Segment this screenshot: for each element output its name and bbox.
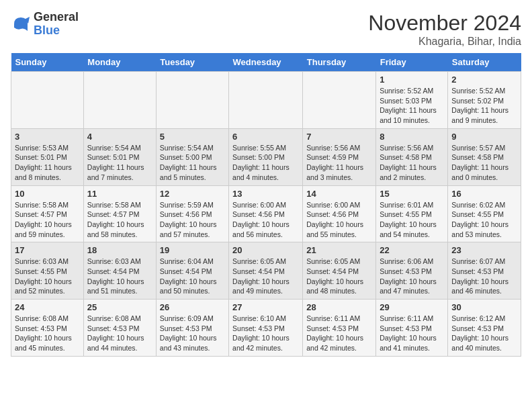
day-cell: 7Sunrise: 5:56 AM Sunset: 4:59 PM Daylig… [303,128,376,185]
day-cell: 1Sunrise: 5:52 AM Sunset: 5:03 PM Daylig… [376,72,448,129]
day-cell: 8Sunrise: 5:56 AM Sunset: 4:58 PM Daylig… [376,128,448,185]
day-cell: 28Sunrise: 6:11 AM Sunset: 4:53 PM Dayli… [303,300,376,357]
day-cell [229,72,303,129]
day-cell: 23Sunrise: 6:07 AM Sunset: 4:53 PM Dayli… [448,242,521,300]
logo-general: General [34,11,79,24]
day-info: Sunrise: 6:02 AM Sunset: 4:55 PM Dayligh… [451,200,517,240]
day-number: 16 [451,189,517,199]
day-info: Sunrise: 5:58 AM Sunset: 4:57 PM Dayligh… [87,200,152,240]
day-info: Sunrise: 6:01 AM Sunset: 4:55 PM Dayligh… [380,200,444,240]
day-info: Sunrise: 6:07 AM Sunset: 4:53 PM Dayligh… [451,257,517,296]
day-cell: 6Sunrise: 5:55 AM Sunset: 5:00 PM Daylig… [229,128,303,185]
day-cell: 11Sunrise: 5:58 AM Sunset: 4:57 PM Dayli… [83,185,156,242]
day-number: 25 [87,302,152,312]
day-number: 3 [15,132,80,142]
day-cell: 3Sunrise: 5:53 AM Sunset: 5:01 PM Daylig… [11,128,84,185]
week-row-3: 17Sunrise: 6:03 AM Sunset: 4:55 PM Dayli… [11,242,521,300]
day-info: Sunrise: 6:04 AM Sunset: 4:54 PM Dayligh… [160,257,225,296]
day-cell: 2Sunrise: 5:52 AM Sunset: 5:02 PM Daylig… [448,72,521,129]
day-cell: 20Sunrise: 6:05 AM Sunset: 4:54 PM Dayli… [229,242,303,300]
day-cell [303,72,376,129]
day-number: 22 [380,245,444,255]
calendar-body: 1Sunrise: 5:52 AM Sunset: 5:03 PM Daylig… [11,72,521,357]
title-section: November 2024 Khagaria, Bihar, India [368,11,521,48]
day-info: Sunrise: 6:08 AM Sunset: 4:53 PM Dayligh… [15,314,80,353]
calendar-table: SundayMondayTuesdayWednesdayThursdayFrid… [11,53,521,357]
day-info: Sunrise: 5:55 AM Sunset: 5:00 PM Dayligh… [232,143,299,183]
day-cell: 10Sunrise: 5:58 AM Sunset: 4:57 PM Dayli… [11,185,84,242]
logo: General Blue [11,11,79,38]
day-cell [83,72,156,129]
day-info: Sunrise: 5:58 AM Sunset: 4:57 PM Dayligh… [15,200,80,240]
day-info: Sunrise: 6:03 AM Sunset: 4:54 PM Dayligh… [87,257,152,296]
day-number: 6 [232,132,299,142]
day-number: 24 [15,302,80,312]
day-info: Sunrise: 6:05 AM Sunset: 4:54 PM Dayligh… [232,257,299,296]
day-number: 8 [380,132,444,142]
day-info: Sunrise: 5:52 AM Sunset: 5:02 PM Dayligh… [451,86,517,126]
day-number: 23 [451,245,517,255]
week-row-4: 24Sunrise: 6:08 AM Sunset: 4:53 PM Dayli… [11,300,521,357]
week-row-0: 1Sunrise: 5:52 AM Sunset: 5:03 PM Daylig… [11,72,521,129]
week-row-1: 3Sunrise: 5:53 AM Sunset: 5:01 PM Daylig… [11,128,521,185]
day-number: 20 [232,245,299,255]
day-number: 14 [306,189,372,199]
day-number: 15 [380,189,444,199]
day-number: 4 [87,132,152,142]
day-cell: 26Sunrise: 6:09 AM Sunset: 4:53 PM Dayli… [156,300,228,357]
week-row-2: 10Sunrise: 5:58 AM Sunset: 4:57 PM Dayli… [11,185,521,242]
day-cell: 15Sunrise: 6:01 AM Sunset: 4:55 PM Dayli… [376,185,448,242]
day-cell: 22Sunrise: 6:06 AM Sunset: 4:53 PM Dayli… [376,242,448,300]
day-cell: 18Sunrise: 6:03 AM Sunset: 4:54 PM Dayli… [83,242,156,300]
day-cell: 29Sunrise: 6:11 AM Sunset: 4:53 PM Dayli… [376,300,448,357]
day-number: 11 [87,189,152,199]
day-number: 9 [451,132,517,142]
header-monday: Monday [83,53,156,72]
day-info: Sunrise: 6:11 AM Sunset: 4:53 PM Dayligh… [380,314,444,353]
day-number: 2 [451,75,517,85]
header-wednesday: Wednesday [229,53,303,72]
day-cell: 19Sunrise: 6:04 AM Sunset: 4:54 PM Dayli… [156,242,228,300]
day-info: Sunrise: 6:12 AM Sunset: 4:53 PM Dayligh… [451,314,517,353]
logo-icon [11,14,31,34]
day-cell: 16Sunrise: 6:02 AM Sunset: 4:55 PM Dayli… [448,185,521,242]
day-number: 29 [380,302,444,312]
day-info: Sunrise: 5:54 AM Sunset: 5:00 PM Dayligh… [160,143,225,183]
day-info: Sunrise: 6:11 AM Sunset: 4:53 PM Dayligh… [306,314,372,353]
day-number: 12 [160,189,225,199]
day-cell: 21Sunrise: 6:05 AM Sunset: 4:54 PM Dayli… [303,242,376,300]
day-cell: 25Sunrise: 6:08 AM Sunset: 4:53 PM Dayli… [83,300,156,357]
day-cell [11,72,84,129]
day-cell: 12Sunrise: 5:59 AM Sunset: 4:56 PM Dayli… [156,185,228,242]
day-cell: 30Sunrise: 6:12 AM Sunset: 4:53 PM Dayli… [448,300,521,357]
location: Khagaria, Bihar, India [368,36,521,48]
day-info: Sunrise: 5:56 AM Sunset: 4:59 PM Dayligh… [306,143,372,183]
day-cell: 9Sunrise: 5:57 AM Sunset: 4:58 PM Daylig… [448,128,521,185]
day-cell [156,72,228,129]
day-cell: 24Sunrise: 6:08 AM Sunset: 4:53 PM Dayli… [11,300,84,357]
logo-text: General Blue [34,11,79,38]
day-number: 19 [160,245,225,255]
day-number: 27 [232,302,299,312]
day-info: Sunrise: 6:05 AM Sunset: 4:54 PM Dayligh… [306,257,372,296]
day-cell: 14Sunrise: 6:00 AM Sunset: 4:56 PM Dayli… [303,185,376,242]
day-number: 30 [451,302,517,312]
day-info: Sunrise: 6:00 AM Sunset: 4:56 PM Dayligh… [306,200,372,240]
day-info: Sunrise: 5:54 AM Sunset: 5:01 PM Dayligh… [87,143,152,183]
header-sunday: Sunday [11,53,84,72]
day-cell: 17Sunrise: 6:03 AM Sunset: 4:55 PM Dayli… [11,242,84,300]
day-info: Sunrise: 5:52 AM Sunset: 5:03 PM Dayligh… [380,86,444,126]
day-number: 28 [306,302,372,312]
day-number: 18 [87,245,152,255]
day-number: 13 [232,189,299,199]
header-tuesday: Tuesday [156,53,228,72]
day-info: Sunrise: 5:53 AM Sunset: 5:01 PM Dayligh… [15,143,80,183]
header-friday: Friday [376,53,448,72]
month-title: November 2024 [368,11,521,36]
day-number: 26 [160,302,225,312]
day-number: 17 [15,245,80,255]
day-info: Sunrise: 6:06 AM Sunset: 4:53 PM Dayligh… [380,257,444,296]
day-cell: 13Sunrise: 6:00 AM Sunset: 4:56 PM Dayli… [229,185,303,242]
day-info: Sunrise: 6:00 AM Sunset: 4:56 PM Dayligh… [232,200,299,240]
header-row: SundayMondayTuesdayWednesdayThursdayFrid… [11,53,521,72]
